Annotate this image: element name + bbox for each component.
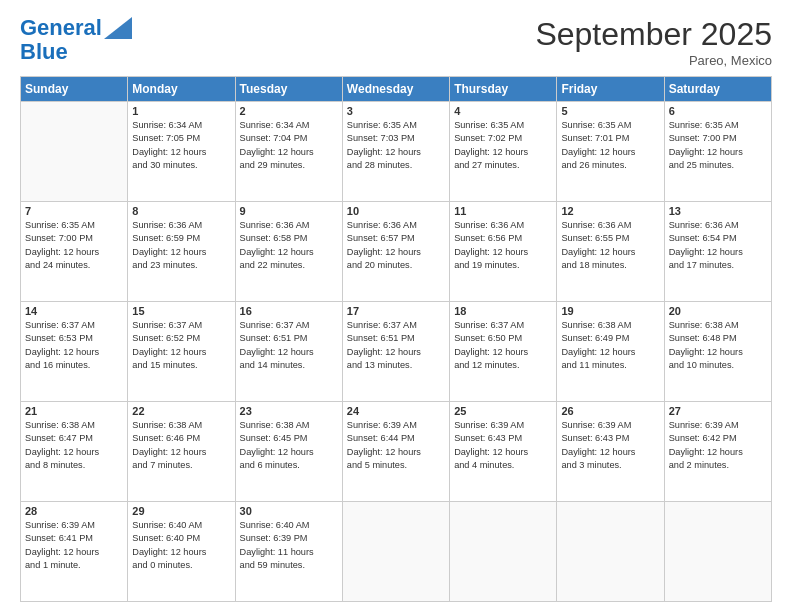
day-info: Sunrise: 6:36 AM Sunset: 6:55 PM Dayligh… xyxy=(561,219,659,272)
table-row: 9Sunrise: 6:36 AM Sunset: 6:58 PM Daylig… xyxy=(235,202,342,302)
day-info: Sunrise: 6:39 AM Sunset: 6:43 PM Dayligh… xyxy=(454,419,552,472)
table-row: 20Sunrise: 6:38 AM Sunset: 6:48 PM Dayli… xyxy=(664,302,771,402)
table-row: 7Sunrise: 6:35 AM Sunset: 7:00 PM Daylig… xyxy=(21,202,128,302)
day-number: 28 xyxy=(25,505,123,517)
col-wednesday: Wednesday xyxy=(342,77,449,102)
day-number: 1 xyxy=(132,105,230,117)
month-title: September 2025 xyxy=(535,16,772,53)
day-info: Sunrise: 6:36 AM Sunset: 6:57 PM Dayligh… xyxy=(347,219,445,272)
day-info: Sunrise: 6:35 AM Sunset: 7:00 PM Dayligh… xyxy=(25,219,123,272)
table-row: 26Sunrise: 6:39 AM Sunset: 6:43 PM Dayli… xyxy=(557,402,664,502)
header: General Blue September 2025 Pareo, Mexic… xyxy=(20,16,772,68)
day-number: 8 xyxy=(132,205,230,217)
svg-marker-0 xyxy=(104,17,132,39)
table-row xyxy=(664,502,771,602)
table-row: 17Sunrise: 6:37 AM Sunset: 6:51 PM Dayli… xyxy=(342,302,449,402)
day-info: Sunrise: 6:38 AM Sunset: 6:49 PM Dayligh… xyxy=(561,319,659,372)
col-tuesday: Tuesday xyxy=(235,77,342,102)
day-number: 27 xyxy=(669,405,767,417)
day-info: Sunrise: 6:38 AM Sunset: 6:48 PM Dayligh… xyxy=(669,319,767,372)
day-number: 10 xyxy=(347,205,445,217)
day-info: Sunrise: 6:35 AM Sunset: 7:00 PM Dayligh… xyxy=(669,119,767,172)
table-row: 1Sunrise: 6:34 AM Sunset: 7:05 PM Daylig… xyxy=(128,102,235,202)
day-info: Sunrise: 6:35 AM Sunset: 7:03 PM Dayligh… xyxy=(347,119,445,172)
calendar-header-row: Sunday Monday Tuesday Wednesday Thursday… xyxy=(21,77,772,102)
col-sunday: Sunday xyxy=(21,77,128,102)
day-info: Sunrise: 6:40 AM Sunset: 6:40 PM Dayligh… xyxy=(132,519,230,572)
day-number: 17 xyxy=(347,305,445,317)
logo-blue: Blue xyxy=(20,40,68,64)
day-info: Sunrise: 6:38 AM Sunset: 6:46 PM Dayligh… xyxy=(132,419,230,472)
location: Pareo, Mexico xyxy=(535,53,772,68)
day-info: Sunrise: 6:37 AM Sunset: 6:52 PM Dayligh… xyxy=(132,319,230,372)
day-info: Sunrise: 6:39 AM Sunset: 6:44 PM Dayligh… xyxy=(347,419,445,472)
day-info: Sunrise: 6:37 AM Sunset: 6:50 PM Dayligh… xyxy=(454,319,552,372)
day-number: 19 xyxy=(561,305,659,317)
day-info: Sunrise: 6:34 AM Sunset: 7:05 PM Dayligh… xyxy=(132,119,230,172)
day-number: 7 xyxy=(25,205,123,217)
day-number: 3 xyxy=(347,105,445,117)
table-row: 13Sunrise: 6:36 AM Sunset: 6:54 PM Dayli… xyxy=(664,202,771,302)
table-row: 5Sunrise: 6:35 AM Sunset: 7:01 PM Daylig… xyxy=(557,102,664,202)
table-row xyxy=(21,102,128,202)
table-row: 21Sunrise: 6:38 AM Sunset: 6:47 PM Dayli… xyxy=(21,402,128,502)
day-info: Sunrise: 6:38 AM Sunset: 6:45 PM Dayligh… xyxy=(240,419,338,472)
table-row: 28Sunrise: 6:39 AM Sunset: 6:41 PM Dayli… xyxy=(21,502,128,602)
table-row: 2Sunrise: 6:34 AM Sunset: 7:04 PM Daylig… xyxy=(235,102,342,202)
table-row: 4Sunrise: 6:35 AM Sunset: 7:02 PM Daylig… xyxy=(450,102,557,202)
table-row: 16Sunrise: 6:37 AM Sunset: 6:51 PM Dayli… xyxy=(235,302,342,402)
table-row: 25Sunrise: 6:39 AM Sunset: 6:43 PM Dayli… xyxy=(450,402,557,502)
table-row: 12Sunrise: 6:36 AM Sunset: 6:55 PM Dayli… xyxy=(557,202,664,302)
table-row: 3Sunrise: 6:35 AM Sunset: 7:03 PM Daylig… xyxy=(342,102,449,202)
day-number: 15 xyxy=(132,305,230,317)
day-number: 25 xyxy=(454,405,552,417)
calendar-table: Sunday Monday Tuesday Wednesday Thursday… xyxy=(20,76,772,602)
day-info: Sunrise: 6:39 AM Sunset: 6:42 PM Dayligh… xyxy=(669,419,767,472)
day-number: 14 xyxy=(25,305,123,317)
day-number: 21 xyxy=(25,405,123,417)
logo-general: General xyxy=(20,15,102,40)
table-row xyxy=(450,502,557,602)
table-row: 14Sunrise: 6:37 AM Sunset: 6:53 PM Dayli… xyxy=(21,302,128,402)
col-thursday: Thursday xyxy=(450,77,557,102)
day-info: Sunrise: 6:39 AM Sunset: 6:43 PM Dayligh… xyxy=(561,419,659,472)
day-number: 22 xyxy=(132,405,230,417)
day-info: Sunrise: 6:36 AM Sunset: 6:56 PM Dayligh… xyxy=(454,219,552,272)
table-row xyxy=(557,502,664,602)
day-number: 29 xyxy=(132,505,230,517)
table-row: 23Sunrise: 6:38 AM Sunset: 6:45 PM Dayli… xyxy=(235,402,342,502)
table-row: 10Sunrise: 6:36 AM Sunset: 6:57 PM Dayli… xyxy=(342,202,449,302)
day-info: Sunrise: 6:34 AM Sunset: 7:04 PM Dayligh… xyxy=(240,119,338,172)
day-info: Sunrise: 6:36 AM Sunset: 6:59 PM Dayligh… xyxy=(132,219,230,272)
table-row: 27Sunrise: 6:39 AM Sunset: 6:42 PM Dayli… xyxy=(664,402,771,502)
day-number: 13 xyxy=(669,205,767,217)
day-number: 16 xyxy=(240,305,338,317)
day-number: 24 xyxy=(347,405,445,417)
day-info: Sunrise: 6:36 AM Sunset: 6:54 PM Dayligh… xyxy=(669,219,767,272)
day-info: Sunrise: 6:35 AM Sunset: 7:02 PM Dayligh… xyxy=(454,119,552,172)
logo-icon xyxy=(104,17,132,39)
day-number: 2 xyxy=(240,105,338,117)
day-number: 11 xyxy=(454,205,552,217)
day-number: 30 xyxy=(240,505,338,517)
day-number: 9 xyxy=(240,205,338,217)
day-number: 18 xyxy=(454,305,552,317)
day-info: Sunrise: 6:38 AM Sunset: 6:47 PM Dayligh… xyxy=(25,419,123,472)
table-row: 30Sunrise: 6:40 AM Sunset: 6:39 PM Dayli… xyxy=(235,502,342,602)
day-info: Sunrise: 6:40 AM Sunset: 6:39 PM Dayligh… xyxy=(240,519,338,572)
day-info: Sunrise: 6:36 AM Sunset: 6:58 PM Dayligh… xyxy=(240,219,338,272)
table-row: 11Sunrise: 6:36 AM Sunset: 6:56 PM Dayli… xyxy=(450,202,557,302)
col-saturday: Saturday xyxy=(664,77,771,102)
day-number: 4 xyxy=(454,105,552,117)
table-row: 18Sunrise: 6:37 AM Sunset: 6:50 PM Dayli… xyxy=(450,302,557,402)
table-row: 19Sunrise: 6:38 AM Sunset: 6:49 PM Dayli… xyxy=(557,302,664,402)
day-info: Sunrise: 6:39 AM Sunset: 6:41 PM Dayligh… xyxy=(25,519,123,572)
table-row: 15Sunrise: 6:37 AM Sunset: 6:52 PM Dayli… xyxy=(128,302,235,402)
day-number: 23 xyxy=(240,405,338,417)
day-number: 20 xyxy=(669,305,767,317)
logo: General Blue xyxy=(20,16,132,64)
day-number: 5 xyxy=(561,105,659,117)
table-row: 8Sunrise: 6:36 AM Sunset: 6:59 PM Daylig… xyxy=(128,202,235,302)
day-info: Sunrise: 6:35 AM Sunset: 7:01 PM Dayligh… xyxy=(561,119,659,172)
table-row: 29Sunrise: 6:40 AM Sunset: 6:40 PM Dayli… xyxy=(128,502,235,602)
